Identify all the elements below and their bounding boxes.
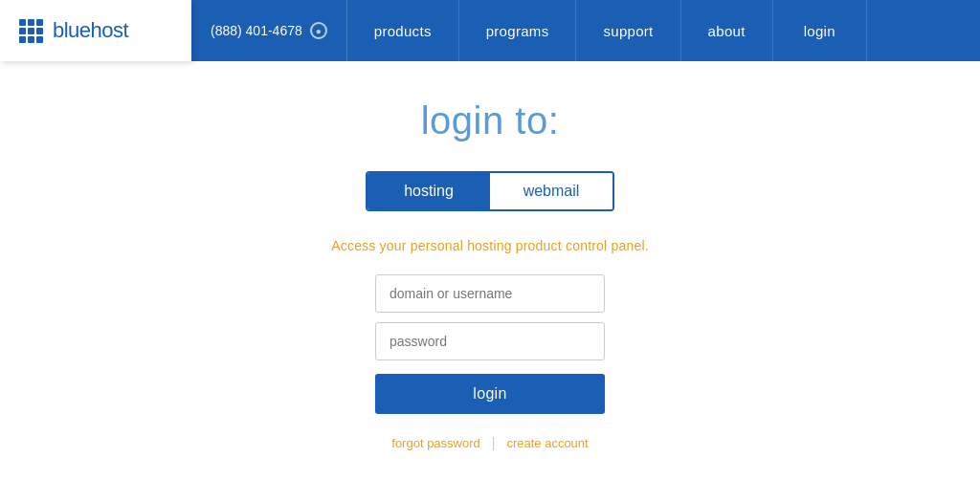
nav-item-products[interactable]: products xyxy=(347,0,459,61)
tab-webmail[interactable]: webmail xyxy=(490,173,612,209)
tab-group: hosting webmail xyxy=(366,171,614,211)
forgot-password-link[interactable]: forgot password xyxy=(391,436,480,450)
password-input[interactable] xyxy=(375,322,605,360)
account-links: forgot password | create account xyxy=(391,435,588,450)
login-form: login xyxy=(375,274,605,414)
nav-item-login[interactable]: login xyxy=(773,0,867,61)
nav-item-programs[interactable]: programs xyxy=(459,0,577,61)
nav-item-support[interactable]: support xyxy=(576,0,680,61)
description-highlight: personal xyxy=(411,238,463,253)
logo-area: bluehost xyxy=(0,0,191,61)
description-before: Access your xyxy=(331,238,411,253)
chat-icon[interactable]: ● xyxy=(310,22,327,39)
username-input[interactable] xyxy=(375,274,605,313)
description-after: hosting product control panel. xyxy=(463,238,649,253)
logo-grid-icon xyxy=(19,19,43,43)
tab-hosting[interactable]: hosting xyxy=(368,173,490,209)
create-account-link[interactable]: create account xyxy=(506,436,588,450)
description: Access your personal hosting product con… xyxy=(331,238,649,253)
links-divider: | xyxy=(492,435,496,450)
login-button[interactable]: login xyxy=(375,374,605,414)
main-content: login to: hosting webmail Access your pe… xyxy=(0,61,980,450)
nav-bar: products programs support about login xyxy=(347,0,980,61)
phone-number: (888) 401-4678 xyxy=(211,23,302,38)
phone-area: (888) 401-4678 ● xyxy=(191,0,347,61)
logo-text: bluehost xyxy=(53,18,128,43)
header: bluehost (888) 401-4678 ● products progr… xyxy=(0,0,980,61)
nav-item-about[interactable]: about xyxy=(681,0,773,61)
login-title: login to: xyxy=(421,99,560,142)
